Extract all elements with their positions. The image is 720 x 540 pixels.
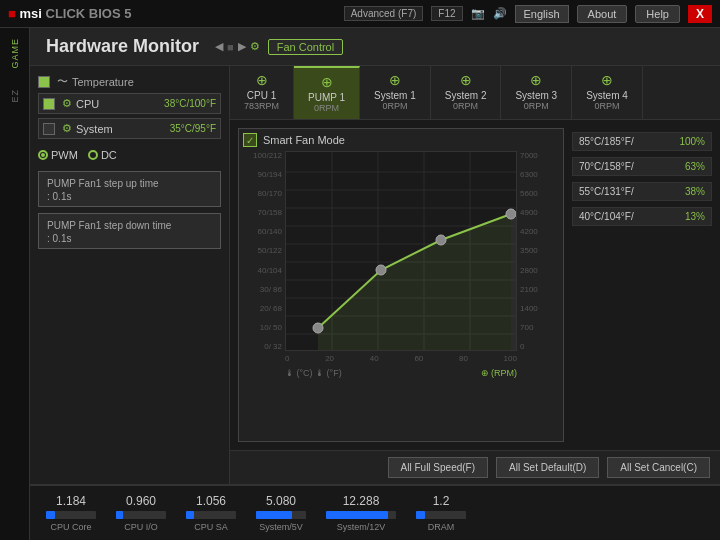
full-speed-button[interactable]: All Full Speed(F): [388, 457, 488, 478]
fan-icon-system3: ⊕: [530, 72, 542, 88]
pwm-label: PWM: [51, 149, 78, 161]
fan-tab-system4[interactable]: ⊕ System 4 0RPM: [572, 66, 643, 119]
volt-system12v: 12.288 System/12V: [326, 494, 396, 532]
svg-point-17: [376, 265, 386, 275]
svg-point-18: [436, 235, 446, 245]
fan-icon: ⚙: [250, 40, 260, 53]
nav-arrow-left: ◀: [215, 40, 223, 53]
volt-bar-cpu-io: [116, 511, 166, 519]
nav-separator: ■: [227, 41, 234, 53]
volt-cpu-core: 1.184 CPU Core: [46, 494, 96, 532]
fan-tab-pump1[interactable]: ⊕ PUMP 1 0RPM: [294, 66, 360, 119]
fan-tab-system1[interactable]: ⊕ System 1 0RPM: [360, 66, 431, 119]
volt-bar-system5v: [256, 511, 306, 519]
fan-icon-system4: ⊕: [601, 72, 613, 88]
smart-fan-label: Smart Fan Mode: [263, 134, 345, 146]
cpu-checkbox[interactable]: [43, 98, 55, 110]
language-button[interactable]: English: [515, 5, 569, 23]
fan-icon-system1: ⊕: [389, 72, 401, 88]
breadcrumb: ◀ ■ ▶ ⚙ Fan Control: [215, 39, 343, 55]
legend-row-4: 40°C/104°F/ 13%: [572, 207, 712, 226]
volt-bar-dram: [416, 511, 466, 519]
system-temp-row: ⚙ System 35°C/95°F: [38, 118, 221, 139]
fan-icon-system2: ⊕: [460, 72, 472, 88]
fan-tab-system3[interactable]: ⊕ System 3 0RPM: [501, 66, 572, 119]
smart-fan-header: ✓ Smart Fan Mode: [243, 133, 559, 147]
chart-footer: 🌡 (°C) 🌡 (°F) ⊕ (RPM): [243, 368, 559, 378]
system-icon: ⚙: [62, 122, 72, 135]
close-button[interactable]: X: [688, 5, 712, 23]
set-default-button[interactable]: All Set Default(D): [496, 457, 599, 478]
right-panel: ⊕ CPU 1 783RPM ⊕ PUMP 1 0RPM ⊕ System 1 …: [230, 66, 720, 484]
pwm-radio[interactable]: [38, 150, 48, 160]
sidebar-item-game[interactable]: GAME: [10, 38, 20, 69]
main-container: GAME EZ Hardware Monitor ◀ ■ ▶ ⚙ Fan Con…: [0, 28, 720, 540]
temp-icon: 〜: [57, 74, 68, 89]
smart-fan-checkbox[interactable]: ✓: [243, 133, 257, 147]
x-axis: 0 20 40 60 80 100: [285, 353, 517, 364]
chart-container: ✓ Smart Fan Mode 100/212 90/194 80/170 7…: [230, 120, 720, 450]
help-button[interactable]: Help: [635, 5, 680, 23]
system-checkbox[interactable]: [43, 123, 55, 135]
svg-rect-15: [511, 214, 517, 351]
volt-bar-cpu-sa: [186, 511, 236, 519]
pwm-radio-label[interactable]: PWM: [38, 149, 78, 161]
volt-system5v: 5.080 System/5V: [256, 494, 306, 532]
cpu-temp-value: 38°C/100°F: [164, 98, 216, 109]
temperature-checkbox[interactable]: [38, 76, 50, 88]
f12-key: F12: [431, 6, 462, 21]
bottom-buttons: All Full Speed(F) All Set Default(D) All…: [230, 450, 720, 484]
top-bar-right: Advanced (F7) F12 📷 🔊 English About Help…: [344, 5, 712, 23]
speaker-icon: 🔊: [493, 7, 507, 20]
dc-radio-label[interactable]: DC: [88, 149, 117, 161]
top-bar: ■ msi CLICK BIOS 5 Advanced (F7) F12 📷 🔊…: [0, 0, 720, 28]
fan-tab-system2[interactable]: ⊕ System 2 0RPM: [431, 66, 502, 119]
hw-monitor-header: Hardware Monitor ◀ ■ ▶ ⚙ Fan Control: [30, 28, 720, 66]
set-cancel-button[interactable]: All Set Cancel(C): [607, 457, 710, 478]
legend-row-3: 55°C/131°F/ 38%: [572, 182, 712, 201]
content-body: 〜 Temperature ⚙ CPU 38°C/100°F: [30, 66, 720, 484]
page-title: Hardware Monitor: [46, 36, 199, 57]
cpu-temp-row: ⚙ CPU 38°C/100°F: [38, 93, 221, 114]
temperature-section: 〜 Temperature ⚙ CPU 38°C/100°F: [38, 74, 221, 139]
volt-dram: 1.2 DRAM: [416, 494, 466, 532]
volt-cpu-sa: 1.056 CPU SA: [186, 494, 236, 532]
dc-label: DC: [101, 149, 117, 161]
chart-main: ✓ Smart Fan Mode 100/212 90/194 80/170 7…: [238, 128, 564, 442]
cpu-label: CPU: [76, 98, 99, 110]
screenshot-icon: 📷: [471, 7, 485, 20]
system-label: System: [76, 123, 113, 135]
volt-cpu-io: 0.960 CPU I/O: [116, 494, 166, 532]
step-down-button[interactable]: PUMP Fan1 step down time : 0.1s: [38, 213, 221, 249]
left-sidebar: GAME EZ: [0, 28, 30, 540]
sidebar-item-ez[interactable]: EZ: [10, 89, 20, 103]
pwm-dc-row: PWM DC: [38, 149, 221, 161]
rpm-label: ⊕ (RPM): [481, 368, 518, 378]
legend-row-1: 85°C/185°F/ 100%: [572, 132, 712, 151]
fan-icon-cpu1: ⊕: [256, 72, 268, 88]
cpu-temp-left: ⚙ CPU: [43, 97, 99, 110]
svg-point-19: [506, 209, 516, 219]
temp-c-label: 🌡 (°C) 🌡 (°F): [285, 368, 342, 378]
fan-tab-cpu1[interactable]: ⊕ CPU 1 783RPM: [230, 66, 294, 119]
temperature-header: 〜 Temperature: [38, 74, 221, 89]
about-button[interactable]: About: [577, 5, 628, 23]
y-axis-left: 100/212 90/194 80/170 70/158 60/140 50/1…: [243, 151, 285, 351]
fan-tabs: ⊕ CPU 1 783RPM ⊕ PUMP 1 0RPM ⊕ System 1 …: [230, 66, 720, 120]
temperature-label: Temperature: [72, 76, 134, 88]
chart-svg-container: 0 20 40 60 80 100: [285, 151, 517, 364]
cpu-icon: ⚙: [62, 97, 72, 110]
left-panel: 〜 Temperature ⚙ CPU 38°C/100°F: [30, 66, 230, 484]
fan-control-nav-label[interactable]: Fan Control: [268, 39, 343, 55]
voltage-bar: 1.184 CPU Core 0.960 CPU I/O 1.056 CPU S…: [30, 484, 720, 540]
content-area: Hardware Monitor ◀ ■ ▶ ⚙ Fan Control 〜 T…: [30, 28, 720, 540]
volt-bar-system12v: [326, 511, 396, 519]
step-up-button[interactable]: PUMP Fan1 step up time : 0.1s: [38, 171, 221, 207]
svg-marker-14: [318, 214, 511, 351]
fan-icon-pump1: ⊕: [321, 74, 333, 90]
dc-radio[interactable]: [88, 150, 98, 160]
system-temp-value: 35°C/95°F: [170, 123, 216, 134]
volt-bar-cpu-core: [46, 511, 96, 519]
fan-curve-chart[interactable]: [285, 151, 517, 351]
legend-panel: 85°C/185°F/ 100% 70°C/158°F/ 63% 55°C/13…: [572, 128, 712, 442]
